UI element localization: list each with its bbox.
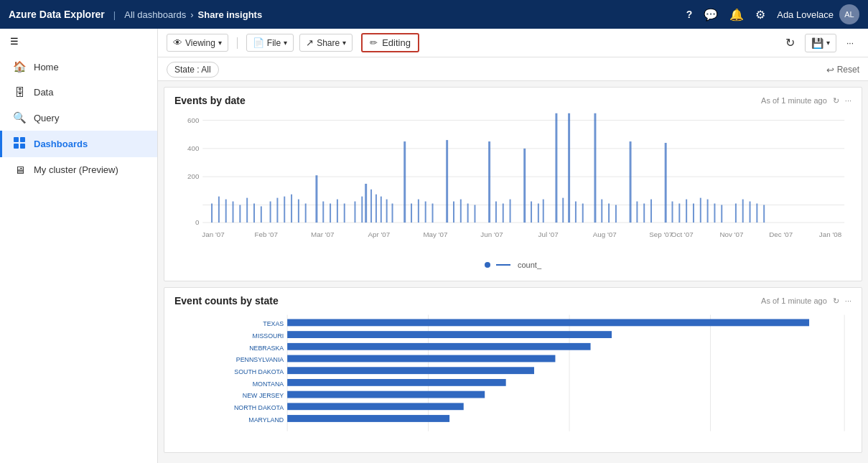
toolbar-right: ↻ 💾 ▾ ···: [780, 33, 859, 52]
svg-text:SOUTH DAKOTA: SOUTH DAKOTA: [234, 368, 284, 375]
svg-rect-73: [678, 204, 680, 223]
editing-badge[interactable]: ✏ Editing: [361, 33, 419, 52]
hamburger-menu[interactable]: ☰: [0, 29, 157, 54]
svg-text:Jul '07: Jul '07: [538, 230, 559, 238]
svg-text:Jun '07: Jun '07: [480, 230, 503, 238]
event-counts-by-state-card: Event counts by state As of 1 minute ago…: [164, 287, 862, 453]
sidebar-label-data: Data: [34, 87, 53, 98]
events-by-date-card: Events by date As of 1 minute ago ↻ ···: [164, 87, 862, 281]
reset-button[interactable]: ↩ Reset: [826, 65, 859, 75]
svg-rect-104: [287, 319, 809, 326]
query-icon: 🔍: [12, 111, 27, 124]
settings-icon[interactable]: ⚙: [755, 8, 765, 22]
help-icon[interactable]: ?: [686, 9, 693, 20]
dashboards-icon: [12, 137, 27, 151]
svg-rect-75: [693, 204, 694, 223]
svg-rect-63: [594, 113, 596, 223]
avatar: AL: [839, 4, 859, 24]
svg-rect-35: [370, 190, 372, 223]
sidebar-item-cluster[interactable]: 🖥 My cluster (Preview): [0, 157, 157, 182]
more-options-button[interactable]: ···: [841, 35, 859, 51]
svg-rect-34: [365, 184, 367, 223]
svg-rect-24: [291, 195, 292, 223]
toolbar: 👁 Viewing ▾ 📄 File ▾ ↗ Share ▾ ✏ Editing: [158, 29, 868, 57]
share-icon: ↗: [306, 37, 314, 48]
hamburger-icon: ☰: [10, 36, 19, 47]
states-more-icon[interactable]: ···: [845, 296, 851, 305]
svg-text:Sep '07: Sep '07: [649, 230, 673, 238]
pencil-icon: ✏: [370, 37, 378, 48]
svg-rect-74: [686, 200, 687, 223]
legend-label: count_: [518, 261, 541, 269]
states-bar-chart: TEXAS MISSOURI NEBRASKA PENNSYLVANIA SOU…: [164, 309, 862, 452]
svg-rect-68: [636, 202, 638, 223]
svg-rect-120: [287, 415, 449, 422]
states-chart-svg: TEXAS MISSOURI NEBRASKA PENNSYLVANIA SOU…: [174, 314, 851, 443]
eye-icon: 👁: [173, 37, 182, 48]
svg-rect-60: [568, 113, 570, 223]
file-label: File: [267, 38, 281, 48]
breadcrumb-all-dashboards[interactable]: All dashboards: [124, 9, 186, 20]
events-timestamp: As of 1 minute ago: [761, 96, 827, 105]
svg-rect-36: [375, 195, 377, 223]
sidebar-item-dashboards[interactable]: Dashboards: [0, 131, 157, 157]
sidebar-item-query[interactable]: 🔍 Query: [0, 105, 157, 131]
svg-rect-44: [432, 204, 434, 223]
states-refresh-icon[interactable]: ↻: [833, 296, 839, 306]
svg-rect-59: [562, 198, 564, 223]
states-chart-title: Event counts by state: [174, 295, 279, 307]
file-button[interactable]: 📄 File ▾: [246, 34, 294, 52]
refresh-icon: ↻: [785, 36, 795, 50]
svg-rect-66: [615, 205, 617, 223]
svg-text:Mar '07: Mar '07: [311, 230, 334, 238]
events-chart-meta: As of 1 minute ago ↻ ···: [761, 96, 851, 106]
svg-rect-13: [211, 204, 213, 223]
svg-text:NORTH DAKOTA: NORTH DAKOTA: [234, 404, 284, 411]
legend-line: [496, 264, 510, 266]
svg-rect-71: [665, 143, 667, 223]
save-button[interactable]: 💾 ▾: [805, 34, 836, 52]
svg-rect-76: [700, 198, 701, 223]
svg-rect-56: [538, 204, 539, 223]
home-icon: 🏠: [12, 60, 27, 73]
breadcrumb-arrow: ›: [190, 9, 193, 20]
legend-dot: [485, 262, 490, 268]
charts-container: Events by date As of 1 minute ago ↻ ···: [158, 81, 868, 463]
svg-text:Jan '08: Jan '08: [819, 230, 842, 238]
states-timestamp: As of 1 minute ago: [761, 296, 827, 305]
svg-rect-46: [453, 202, 454, 223]
sidebar-label-home: Home: [34, 62, 59, 73]
chart-header-events: Events by date As of 1 minute ago ↻ ···: [164, 88, 862, 109]
sidebar-item-data[interactable]: 🗄 Data: [0, 80, 157, 105]
svg-text:NEBRASKA: NEBRASKA: [249, 345, 284, 352]
undo-icon: ↩: [826, 65, 834, 75]
svg-rect-23: [284, 197, 285, 223]
svg-text:Oct '07: Oct '07: [671, 230, 694, 238]
svg-rect-37: [381, 197, 382, 223]
svg-text:Jan '07: Jan '07: [202, 230, 224, 238]
ellipsis-icon: ···: [846, 38, 854, 48]
breadcrumb-current: Share insights: [198, 9, 263, 20]
user-menu[interactable]: Ada Lovelace AL: [777, 4, 859, 24]
svg-text:Nov '07: Nov '07: [720, 230, 744, 238]
events-more-icon[interactable]: ···: [845, 96, 851, 105]
bell-icon[interactable]: 🔔: [729, 8, 744, 22]
chat-icon[interactable]: 💬: [704, 8, 718, 22]
state-filter-label: State : All: [174, 65, 211, 75]
svg-rect-17: [239, 205, 241, 223]
svg-rect-20: [261, 206, 262, 223]
nav-separator: |: [113, 9, 116, 20]
svg-rect-51: [495, 202, 497, 223]
cluster-icon: 🖥: [12, 164, 27, 176]
svg-rect-108: [287, 343, 590, 350]
events-refresh-icon[interactable]: ↻: [833, 96, 839, 106]
share-button[interactable]: ↗ Share ▾: [299, 34, 353, 52]
sidebar-item-home[interactable]: 🏠 Home: [0, 54, 157, 80]
state-filter[interactable]: State : All: [167, 62, 219, 78]
svg-rect-62: [582, 204, 584, 223]
refresh-button[interactable]: ↻: [780, 33, 801, 52]
viewing-button[interactable]: 👁 Viewing ▾: [167, 34, 228, 52]
svg-rect-2: [14, 144, 19, 149]
svg-rect-0: [14, 137, 19, 142]
svg-rect-25: [298, 200, 299, 223]
